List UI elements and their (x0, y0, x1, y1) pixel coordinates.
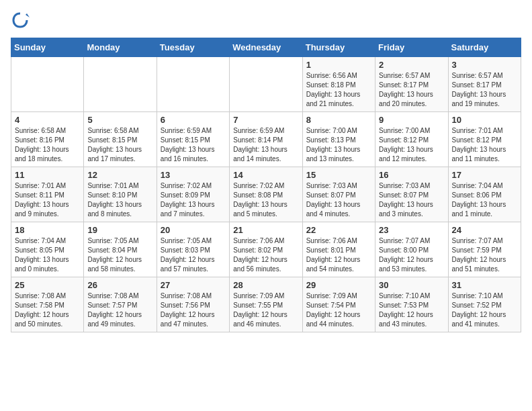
day-info: Sunrise: 6:57 AM Sunset: 8:17 PM Dayligh… (379, 71, 444, 109)
logo (11, 11, 32, 30)
day-number: 5 (87, 115, 152, 125)
day-number: 23 (379, 225, 444, 235)
day-info: Sunrise: 7:01 AM Sunset: 8:12 PM Dayligh… (452, 126, 517, 164)
day-number: 8 (306, 115, 371, 125)
day-info: Sunrise: 7:00 AM Sunset: 8:12 PM Dayligh… (379, 126, 444, 164)
calendar-cell: 20Sunrise: 7:05 AM Sunset: 8:03 PM Dayli… (157, 222, 229, 277)
day-number: 30 (379, 280, 444, 290)
day-of-week-header: Saturday (448, 38, 521, 57)
day-info: Sunrise: 7:10 AM Sunset: 7:53 PM Dayligh… (379, 291, 444, 329)
calendar-cell: 26Sunrise: 7:08 AM Sunset: 7:57 PM Dayli… (84, 277, 157, 332)
day-of-week-header: Sunday (11, 38, 84, 57)
day-of-week-header: Tuesday (157, 38, 229, 57)
day-number: 4 (15, 115, 80, 125)
day-number: 14 (233, 170, 298, 180)
calendar-cell: 18Sunrise: 7:04 AM Sunset: 8:05 PM Dayli… (11, 222, 84, 277)
calendar-cell (157, 57, 229, 112)
calendar-cell: 27Sunrise: 7:08 AM Sunset: 7:56 PM Dayli… (157, 277, 229, 332)
calendar-cell: 2Sunrise: 6:57 AM Sunset: 8:17 PM Daylig… (375, 57, 448, 112)
day-info: Sunrise: 6:59 AM Sunset: 8:15 PM Dayligh… (161, 126, 226, 164)
logo-icon (11, 11, 30, 30)
day-number: 6 (161, 115, 226, 125)
calendar-cell: 31Sunrise: 7:10 AM Sunset: 7:52 PM Dayli… (448, 277, 521, 332)
day-info: Sunrise: 7:06 AM Sunset: 8:02 PM Dayligh… (233, 236, 298, 274)
day-info: Sunrise: 7:09 AM Sunset: 7:54 PM Dayligh… (306, 291, 371, 329)
day-info: Sunrise: 7:04 AM Sunset: 8:05 PM Dayligh… (15, 236, 80, 274)
day-number: 18 (15, 225, 80, 235)
page-header (11, 11, 521, 30)
calendar-week-row: 11Sunrise: 7:01 AM Sunset: 8:11 PM Dayli… (11, 167, 521, 222)
day-info: Sunrise: 7:08 AM Sunset: 7:58 PM Dayligh… (15, 291, 80, 329)
calendar-table: SundayMondayTuesdayWednesdayThursdayFrid… (11, 38, 521, 332)
day-info: Sunrise: 7:07 AM Sunset: 8:00 PM Dayligh… (379, 236, 444, 274)
day-number: 11 (15, 170, 80, 180)
day-info: Sunrise: 6:58 AM Sunset: 8:16 PM Dayligh… (15, 126, 80, 164)
day-info: Sunrise: 6:56 AM Sunset: 8:18 PM Dayligh… (306, 71, 371, 109)
day-number: 7 (233, 115, 298, 125)
day-info: Sunrise: 7:05 AM Sunset: 8:03 PM Dayligh… (161, 236, 226, 274)
day-number: 21 (233, 225, 298, 235)
day-info: Sunrise: 7:08 AM Sunset: 7:57 PM Dayligh… (87, 291, 152, 329)
day-info: Sunrise: 7:06 AM Sunset: 8:01 PM Dayligh… (306, 236, 371, 274)
day-info: Sunrise: 7:01 AM Sunset: 8:10 PM Dayligh… (87, 181, 152, 219)
day-number: 10 (452, 115, 517, 125)
calendar-cell: 3Sunrise: 6:57 AM Sunset: 8:17 PM Daylig… (448, 57, 521, 112)
day-number: 13 (161, 170, 226, 180)
calendar-cell: 5Sunrise: 6:58 AM Sunset: 8:15 PM Daylig… (84, 112, 157, 167)
calendar-cell: 9Sunrise: 7:00 AM Sunset: 8:12 PM Daylig… (375, 112, 448, 167)
day-info: Sunrise: 7:01 AM Sunset: 8:11 PM Dayligh… (15, 181, 80, 219)
day-of-week-header: Thursday (302, 38, 375, 57)
calendar-cell (230, 57, 302, 112)
day-number: 27 (161, 280, 226, 290)
calendar-cell: 21Sunrise: 7:06 AM Sunset: 8:02 PM Dayli… (230, 222, 302, 277)
day-number: 28 (233, 280, 298, 290)
day-number: 2 (379, 60, 444, 70)
day-info: Sunrise: 6:59 AM Sunset: 8:14 PM Dayligh… (233, 126, 298, 164)
day-number: 15 (306, 170, 371, 180)
calendar-cell: 15Sunrise: 7:03 AM Sunset: 8:07 PM Dayli… (302, 167, 375, 222)
calendar-cell: 1Sunrise: 6:56 AM Sunset: 8:18 PM Daylig… (302, 57, 375, 112)
calendar-cell: 25Sunrise: 7:08 AM Sunset: 7:58 PM Dayli… (11, 277, 84, 332)
day-number: 12 (87, 170, 152, 180)
calendar-cell: 4Sunrise: 6:58 AM Sunset: 8:16 PM Daylig… (11, 112, 84, 167)
day-number: 31 (452, 280, 517, 290)
day-number: 16 (379, 170, 444, 180)
day-number: 26 (87, 280, 152, 290)
day-info: Sunrise: 7:10 AM Sunset: 7:52 PM Dayligh… (452, 291, 517, 329)
day-number: 22 (306, 225, 371, 235)
day-info: Sunrise: 6:58 AM Sunset: 8:15 PM Dayligh… (87, 126, 152, 164)
day-info: Sunrise: 7:08 AM Sunset: 7:56 PM Dayligh… (161, 291, 226, 329)
calendar-cell: 29Sunrise: 7:09 AM Sunset: 7:54 PM Dayli… (302, 277, 375, 332)
day-info: Sunrise: 7:00 AM Sunset: 8:13 PM Dayligh… (306, 126, 371, 164)
day-number: 25 (15, 280, 80, 290)
calendar-cell: 23Sunrise: 7:07 AM Sunset: 8:00 PM Dayli… (375, 222, 448, 277)
day-info: Sunrise: 7:03 AM Sunset: 8:07 PM Dayligh… (379, 181, 444, 219)
calendar-cell: 10Sunrise: 7:01 AM Sunset: 8:12 PM Dayli… (448, 112, 521, 167)
day-info: Sunrise: 7:04 AM Sunset: 8:06 PM Dayligh… (452, 181, 517, 219)
calendar-cell: 14Sunrise: 7:02 AM Sunset: 8:08 PM Dayli… (230, 167, 302, 222)
calendar-cell: 22Sunrise: 7:06 AM Sunset: 8:01 PM Dayli… (302, 222, 375, 277)
calendar-week-row: 1Sunrise: 6:56 AM Sunset: 8:18 PM Daylig… (11, 57, 521, 112)
calendar-week-row: 4Sunrise: 6:58 AM Sunset: 8:16 PM Daylig… (11, 112, 521, 167)
svg-marker-0 (26, 13, 30, 17)
calendar-cell: 8Sunrise: 7:00 AM Sunset: 8:13 PM Daylig… (302, 112, 375, 167)
day-number: 1 (306, 60, 371, 70)
calendar-cell: 16Sunrise: 7:03 AM Sunset: 8:07 PM Dayli… (375, 167, 448, 222)
day-info: Sunrise: 7:02 AM Sunset: 8:09 PM Dayligh… (161, 181, 226, 219)
day-number: 24 (452, 225, 517, 235)
day-number: 29 (306, 280, 371, 290)
calendar-cell: 30Sunrise: 7:10 AM Sunset: 7:53 PM Dayli… (375, 277, 448, 332)
calendar-week-row: 25Sunrise: 7:08 AM Sunset: 7:58 PM Dayli… (11, 277, 521, 332)
day-of-week-header: Wednesday (230, 38, 302, 57)
day-number: 20 (161, 225, 226, 235)
day-info: Sunrise: 7:07 AM Sunset: 7:59 PM Dayligh… (452, 236, 517, 274)
calendar-header-row: SundayMondayTuesdayWednesdayThursdayFrid… (11, 38, 521, 57)
day-info: Sunrise: 7:09 AM Sunset: 7:55 PM Dayligh… (233, 291, 298, 329)
day-number: 19 (87, 225, 152, 235)
calendar-cell (11, 57, 84, 112)
calendar-cell: 6Sunrise: 6:59 AM Sunset: 8:15 PM Daylig… (157, 112, 229, 167)
day-of-week-header: Monday (84, 38, 157, 57)
calendar-cell: 19Sunrise: 7:05 AM Sunset: 8:04 PM Dayli… (84, 222, 157, 277)
day-info: Sunrise: 7:02 AM Sunset: 8:08 PM Dayligh… (233, 181, 298, 219)
day-number: 17 (452, 170, 517, 180)
